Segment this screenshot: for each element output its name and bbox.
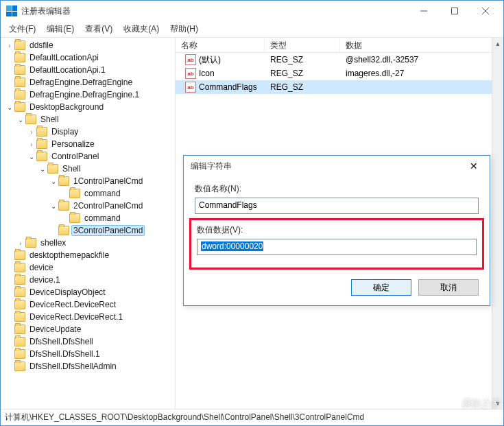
minimize-button[interactable]: [408, 1, 439, 21]
tree-item[interactable]: ›desktopthemepackfile: [1, 249, 175, 261]
folder-icon: [14, 102, 25, 112]
tree-item[interactable]: ›DeviceDisplayObject: [1, 286, 175, 298]
tree-item[interactable]: ⌄2ControlPanelCmd: [1, 200, 175, 212]
tree-item-label: DfsShell.DfsShell.1: [27, 348, 102, 359]
tree-item-label: Personalize: [49, 139, 97, 150]
tree-item[interactable]: ›command: [1, 187, 175, 200]
chevron-down-icon[interactable]: ⌄: [38, 165, 47, 173]
chevron-right-icon[interactable]: ›: [27, 141, 36, 148]
tree-item-label: Shell: [60, 163, 83, 174]
folder-icon: [14, 263, 25, 272]
tree-item-label: device.1: [27, 274, 62, 285]
folder-icon: [14, 337, 25, 346]
tree-item-label: desktopthemepackfile: [27, 250, 111, 261]
tree-item-label: ddsfile: [27, 40, 56, 51]
value-data-field[interactable]: dword:00000020: [197, 239, 477, 255]
folder-icon: [58, 176, 69, 186]
tree-item[interactable]: ⌄ControlPanel: [1, 150, 175, 163]
tree-item[interactable]: ›DefragEngine.DefragEngine: [1, 76, 175, 88]
folder-icon: [36, 127, 47, 137]
scroll-up-icon[interactable]: ▲: [492, 38, 503, 49]
folder-icon: [14, 53, 25, 62]
folder-icon: [58, 226, 69, 235]
highlight-box: 数值数据(V): dword:00000020: [189, 218, 484, 270]
folder-icon: [14, 90, 25, 99]
chevron-right-icon[interactable]: ›: [27, 128, 36, 136]
col-header-data[interactable]: 数据: [340, 38, 503, 52]
ok-button[interactable]: 确定: [351, 279, 411, 296]
dialog-close-icon[interactable]: ✕: [465, 161, 483, 171]
tree-item[interactable]: ›DeviceRect.DeviceRect: [1, 298, 175, 311]
tree-item[interactable]: ›Personalize: [1, 138, 175, 150]
value-name-label: 数值名称(N):: [195, 183, 479, 195]
tree-item[interactable]: ›ddsfile: [1, 39, 175, 51]
list-header: 名称 类型 数据: [176, 38, 503, 53]
tree-item[interactable]: ›shellex: [1, 237, 175, 249]
menu-view[interactable]: 查看(V): [80, 21, 118, 37]
table-row[interactable]: abCommandFlagsREG_SZ: [176, 80, 503, 94]
col-header-name[interactable]: 名称: [176, 38, 265, 52]
tree-item[interactable]: ›DefaultLocationApi: [1, 51, 175, 64]
tree-item[interactable]: ›DfsShell.DfsShell: [1, 335, 175, 348]
folder-icon: [14, 312, 25, 322]
tree-item[interactable]: ›DfsShell.DfsShellAdmin: [1, 360, 175, 372]
folder-icon: [14, 362, 25, 371]
edit-string-dialog: 编辑字符串 ✕ 数值名称(N): CommandFlags 数值数据(V): d…: [183, 155, 490, 306]
tree-item[interactable]: ›DefaultLocationApi.1: [1, 64, 175, 76]
tree-item[interactable]: ›device.1: [1, 274, 175, 286]
value-name-field[interactable]: CommandFlags: [195, 198, 479, 214]
tree-item[interactable]: ›DfsShell.DfsShell.1: [1, 348, 175, 360]
folder-icon: [36, 139, 47, 149]
value-data-text: dword:00000020: [201, 241, 263, 251]
cell-type: REG_SZ: [265, 69, 340, 78]
tree-item[interactable]: ⌄1ControlPanelCmd: [1, 175, 175, 187]
folder-icon: [14, 300, 25, 309]
chevron-down-icon[interactable]: ⌄: [5, 104, 14, 111]
tree-item-label: command: [82, 188, 123, 199]
maximize-button[interactable]: [439, 1, 470, 21]
tree-item[interactable]: ›DefragEngine.DefragEngine.1: [1, 88, 175, 101]
tree-item-label: DefragEngine.DefragEngine.1: [27, 89, 141, 100]
tree-item[interactable]: ›Display: [1, 126, 175, 138]
tree-item-label: 2ControlPanelCmd: [71, 200, 145, 211]
chevron-down-icon[interactable]: ⌄: [49, 202, 58, 210]
chevron-down-icon[interactable]: ⌄: [49, 178, 58, 185]
list-vscrollbar[interactable]: ▲ ▼: [492, 38, 503, 409]
chevron-right-icon[interactable]: ›: [16, 239, 25, 247]
tree-item[interactable]: ›device: [1, 261, 175, 274]
dialog-titlebar: 编辑字符串 ✕: [184, 156, 490, 176]
close-button[interactable]: [470, 1, 501, 21]
menu-edit[interactable]: 编辑(E): [41, 21, 80, 37]
menu-file[interactable]: 文件(F): [3, 21, 41, 37]
tree-item-label: DeviceRect.DeviceRect.1: [27, 311, 125, 322]
chevron-down-icon[interactable]: ⌄: [16, 116, 25, 123]
cancel-button[interactable]: 取消: [418, 279, 479, 296]
tree-item-label: 1ControlPanelCmd: [71, 176, 145, 187]
col-header-type[interactable]: 类型: [265, 38, 340, 52]
table-row[interactable]: ab(默认)REG_SZ@shell32.dll,-32537: [176, 53, 503, 67]
tree-item[interactable]: ›DeviceUpdate: [1, 323, 175, 335]
status-path: 计算机\HKEY_CLASSES_ROOT\DesktopBackground\…: [5, 412, 364, 423]
table-row[interactable]: abIconREG_SZimageres.dll,-27: [176, 67, 503, 80]
chevron-right-icon[interactable]: ›: [5, 42, 14, 49]
tree-item[interactable]: ⌄Shell: [1, 113, 175, 126]
tree-item[interactable]: ›DeviceRect.DeviceRect.1: [1, 311, 175, 323]
scroll-down-icon[interactable]: ▼: [492, 397, 503, 409]
tree-item[interactable]: ›command: [1, 212, 175, 224]
list-body[interactable]: ab(默认)REG_SZ@shell32.dll,-32537abIconREG…: [176, 53, 503, 94]
menu-favorites[interactable]: 收藏夹(A): [118, 21, 165, 37]
menu-help[interactable]: 帮助(H): [165, 21, 204, 37]
chevron-down-icon[interactable]: ⌄: [27, 153, 36, 161]
tree-item[interactable]: ⌄DesktopBackground: [1, 101, 175, 113]
folder-icon: [14, 78, 25, 87]
tree-pane[interactable]: ›ddsfile›DefaultLocationApi›DefaultLocat…: [1, 38, 176, 409]
tree-item[interactable]: ›3ControlPanelCmd: [1, 224, 175, 237]
folder-icon: [14, 40, 25, 50]
folder-icon: [58, 201, 69, 211]
folder-icon: [47, 164, 58, 174]
tree-item-label: Shell: [38, 114, 61, 125]
cell-data: @shell32.dll,-32537: [340, 55, 503, 64]
cell-name: (默认): [199, 54, 221, 66]
cell-name: CommandFlags: [199, 82, 257, 92]
tree-item[interactable]: ⌄Shell: [1, 163, 175, 175]
